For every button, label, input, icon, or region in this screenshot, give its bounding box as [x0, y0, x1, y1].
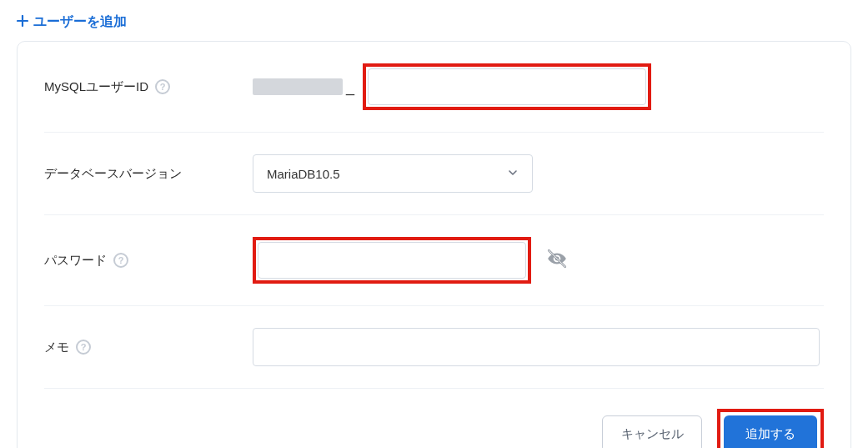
- help-icon[interactable]: ?: [155, 79, 170, 94]
- row-user-id: MySQLユーザーID ? _: [44, 42, 824, 133]
- row-password: パスワード ?: [44, 215, 824, 306]
- help-icon[interactable]: ?: [76, 340, 91, 355]
- row-memo: メモ ?: [44, 306, 824, 389]
- header-title: ユーザーを追加: [33, 13, 127, 31]
- submit-button[interactable]: 追加する: [724, 415, 817, 448]
- label-db-version: データベースバージョン: [44, 166, 182, 182]
- eye-off-icon[interactable]: [546, 248, 568, 273]
- label-memo: メモ: [44, 340, 69, 355]
- help-icon[interactable]: ?: [113, 253, 128, 268]
- password-input[interactable]: [258, 242, 526, 279]
- highlight-submit: 追加する: [717, 409, 824, 448]
- actions-row: キャンセル 追加する: [44, 389, 824, 448]
- db-version-select[interactable]: MariaDB10.5: [253, 154, 533, 193]
- form-panel: MySQLユーザーID ? _ データベースバージョン MariaDB10.5: [17, 41, 851, 448]
- user-id-input[interactable]: [368, 68, 646, 105]
- plus-icon: [17, 15, 28, 30]
- db-version-selected: MariaDB10.5: [267, 167, 340, 181]
- highlight-password: [253, 237, 531, 284]
- label-password: パスワード: [44, 253, 107, 269]
- row-db-version: データベースバージョン MariaDB10.5: [44, 133, 824, 215]
- chevron-down-icon: [507, 167, 519, 181]
- user-id-prefix-redacted: [253, 78, 343, 95]
- label-user-id: MySQLユーザーID: [44, 79, 148, 95]
- add-user-header[interactable]: ユーザーを追加: [17, 8, 851, 41]
- memo-input[interactable]: [253, 328, 820, 366]
- cancel-button[interactable]: キャンセル: [602, 415, 702, 448]
- highlight-user-id: [363, 63, 651, 110]
- underscore-separator: _: [346, 78, 354, 96]
